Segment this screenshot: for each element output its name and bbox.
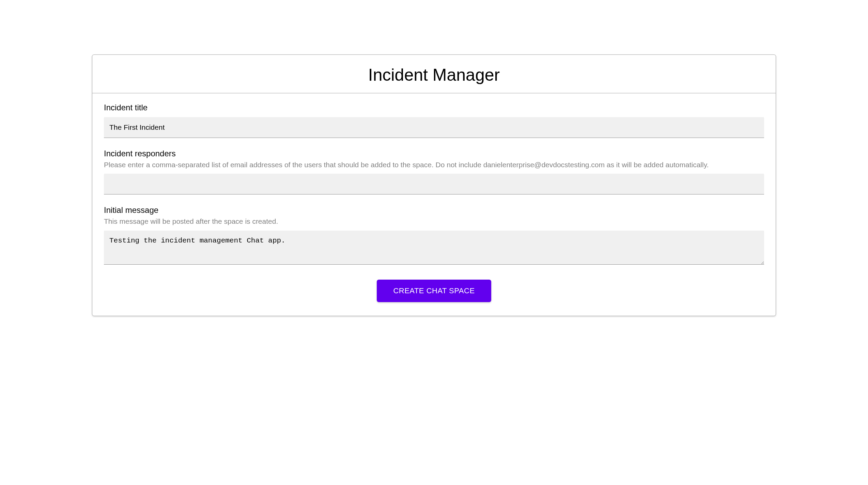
initial-message-group: Initial message This message will be pos… [104, 205, 764, 266]
page-title: Incident Manager [99, 65, 769, 85]
incident-responders-helper: Please enter a comma-separated list of e… [104, 160, 764, 170]
card-header: Incident Manager [92, 55, 776, 93]
card-body: Incident title Incident responders Pleas… [92, 93, 776, 316]
incident-title-group: Incident title [104, 103, 764, 138]
incident-manager-card: Incident Manager Incident title Incident… [92, 54, 776, 316]
initial-message-label: Initial message [104, 205, 764, 215]
incident-title-label: Incident title [104, 103, 764, 112]
incident-responders-input[interactable] [104, 174, 764, 194]
initial-message-textarea[interactable] [104, 231, 764, 265]
incident-responders-group: Incident responders Please enter a comma… [104, 149, 764, 194]
initial-message-helper: This message will be posted after the sp… [104, 216, 764, 226]
incident-title-input[interactable] [104, 117, 764, 138]
button-row: CREATE CHAT SPACE [104, 280, 764, 302]
incident-responders-label: Incident responders [104, 149, 764, 158]
create-chat-space-button[interactable]: CREATE CHAT SPACE [377, 280, 491, 302]
